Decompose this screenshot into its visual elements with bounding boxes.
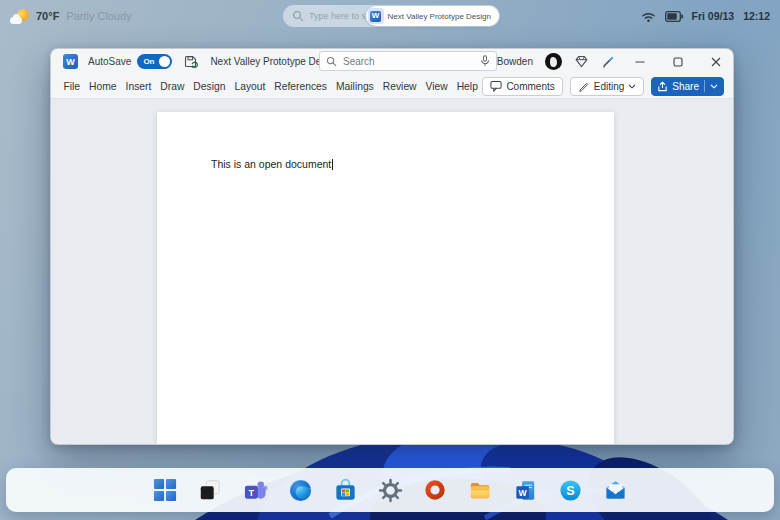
svg-text:S: S (566, 484, 574, 498)
taskbar-store-button[interactable] (331, 476, 359, 504)
taskbar-teams-button[interactable]: T (241, 476, 269, 504)
window-titlebar[interactable]: W AutoSave On Next Valley Prototype Desi… (51, 49, 733, 74)
taskbar-settings-button[interactable] (376, 476, 404, 504)
partly-cloudy-icon (10, 9, 29, 24)
microphone-icon[interactable] (480, 55, 490, 67)
file-explorer-icon (468, 478, 493, 503)
taskbar-start-button[interactable] (151, 476, 179, 504)
share-split-divider (704, 80, 705, 92)
save-sync-icon[interactable] (184, 55, 198, 69)
document-page[interactable]: This is an open document (157, 112, 614, 444)
word-icon: W (513, 478, 538, 503)
word-window: W AutoSave On Next Valley Prototype Desi… (50, 48, 734, 445)
svg-text:W: W (518, 487, 527, 497)
gem-icon[interactable] (574, 54, 589, 69)
settings-gear-icon (378, 478, 403, 503)
teams-icon: T (243, 478, 268, 503)
user-avatar[interactable] (545, 53, 562, 70)
desktop-search-bar[interactable]: W Next Valley Prototype Design (283, 5, 500, 27)
document-text[interactable]: This is an open document (211, 158, 333, 170)
tab-view[interactable]: View (421, 81, 452, 92)
tab-design[interactable]: Design (189, 81, 230, 92)
search-icon (292, 10, 304, 22)
share-icon (657, 81, 668, 92)
status-bar: 70°F Partly Cloudy W Next Valley Prototy… (0, 0, 780, 32)
tray-time[interactable]: 12:12 (743, 10, 770, 22)
svg-text:T: T (248, 487, 254, 497)
tab-references[interactable]: References (270, 81, 332, 92)
close-button[interactable] (703, 49, 729, 74)
minimize-button[interactable] (627, 49, 653, 74)
tray-date[interactable]: Fri 09/13 (692, 10, 735, 22)
search-icon (326, 56, 337, 67)
office-icon (423, 478, 447, 502)
tab-mailings[interactable]: Mailings (332, 81, 379, 92)
weather-widget[interactable]: 70°F Partly Cloudy (10, 0, 132, 32)
document-canvas: This is an open document (51, 100, 733, 444)
pen-icon[interactable] (601, 55, 615, 69)
desktop: { "statusbar": { "weather": { "temperatu… (0, 0, 780, 520)
windows-start-icon (153, 478, 177, 502)
chevron-down-icon (628, 84, 636, 89)
taskbar-edge-button[interactable] (286, 476, 314, 504)
edge-icon (288, 478, 313, 503)
share-button[interactable]: Share (651, 77, 724, 96)
maximize-button[interactable] (665, 49, 691, 74)
taskbar-office-button[interactable] (421, 476, 449, 504)
taskbar-word-button[interactable]: W (511, 476, 539, 504)
microsoft-store-icon (333, 478, 358, 503)
word-search-input[interactable] (343, 56, 480, 67)
word-logo-icon: W (63, 54, 78, 69)
comment-icon (490, 80, 502, 92)
tab-file[interactable]: File (59, 81, 85, 92)
task-view-icon (198, 478, 222, 502)
desktop-search-input[interactable] (309, 11, 366, 21)
mail-icon (603, 478, 628, 503)
chevron-down-icon[interactable] (710, 84, 718, 89)
tab-insert[interactable]: Insert (121, 81, 156, 92)
tab-layout[interactable]: Layout (230, 81, 270, 92)
autosave-toggle[interactable]: On (137, 54, 172, 69)
pencil-icon (578, 80, 590, 92)
running-app-label: Next Valley Prototype Design (388, 12, 491, 21)
tab-home[interactable]: Home (85, 81, 121, 92)
toggle-knob (159, 56, 170, 67)
battery-icon (665, 11, 683, 22)
comments-button[interactable]: Comments (482, 77, 562, 96)
tab-draw[interactable]: Draw (156, 81, 189, 92)
tab-help[interactable]: Help (452, 81, 482, 92)
word-search-box[interactable] (319, 51, 497, 71)
taskbar-file-explorer-button[interactable] (466, 476, 494, 504)
taskbar: T (6, 468, 774, 512)
running-app-chip[interactable]: W Next Valley Prototype Design (366, 6, 499, 26)
skype-icon: S (558, 478, 583, 503)
taskbar-skype-button[interactable]: S (556, 476, 584, 504)
text-cursor (332, 159, 333, 170)
tab-review[interactable]: Review (378, 81, 421, 92)
weather-condition: Partly Cloudy (66, 10, 131, 22)
taskbar-mail-button[interactable] (601, 476, 629, 504)
word-app-icon: W (368, 8, 384, 24)
wifi-icon (641, 10, 656, 23)
weather-temperature: 70°F (36, 10, 59, 22)
taskbar-task-view-button[interactable] (196, 476, 224, 504)
autosave-label: AutoSave (88, 56, 131, 67)
ribbon-tab-bar: File Home Insert Draw Design Layout Refe… (51, 74, 733, 99)
editing-button[interactable]: Editing (570, 77, 645, 96)
pin-ribbon-icon[interactable] (731, 79, 734, 94)
system-tray[interactable]: Fri 09/13 12:12 (641, 0, 770, 32)
